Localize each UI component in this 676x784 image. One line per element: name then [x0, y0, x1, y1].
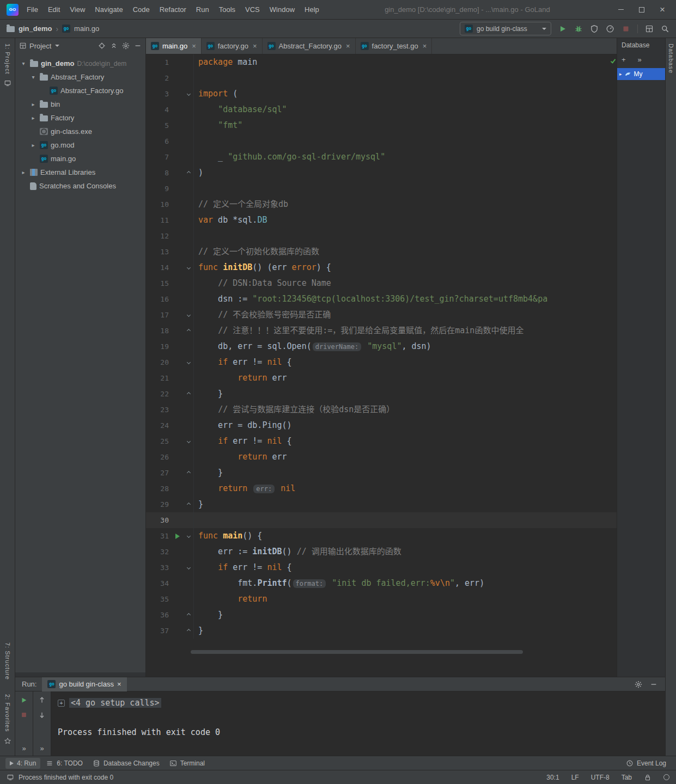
menu-item-vcs[interactable]: VCS	[240, 1, 265, 19]
code-line-25[interactable]: 25 if err != nil {	[146, 433, 617, 449]
code-line-32[interactable]: 32 err := initDB() // 调用输出化数据库的函数	[146, 544, 617, 560]
file-encoding[interactable]: UTF-8	[591, 774, 610, 781]
run-configuration-select[interactable]: go build gin-class	[460, 22, 551, 35]
code-line-6[interactable]: 6	[146, 133, 617, 149]
code-line-5[interactable]: 5 "fmt"	[146, 118, 617, 133]
code-line-7[interactable]: 7 _ "github.com/go-sql-driver/mysql"	[146, 149, 617, 165]
code-line-28[interactable]: 28 return err: nil	[146, 481, 617, 497]
editor-scrollbar[interactable]	[610, 54, 617, 677]
code-line-20[interactable]: 20 if err != nil {	[146, 354, 617, 370]
project-panel-title[interactable]: Project	[29, 42, 51, 50]
tree-collapse-icon[interactable]: ▾	[29, 74, 37, 80]
close-icon[interactable]: ×	[346, 42, 350, 50]
more-chevrons-icon[interactable]: »	[40, 744, 44, 752]
project-item-go-mod[interactable]: ▸go.mod	[15, 138, 145, 152]
code-line-15[interactable]: 15 // DSN:Data Source Name	[146, 275, 617, 291]
fold-marker-icon[interactable]	[184, 165, 194, 181]
run-console[interactable]: +<4 go setup calls>Process finished with…	[51, 691, 665, 756]
fold-marker-icon[interactable]	[184, 497, 194, 512]
menu-item-refactor[interactable]: Refactor	[155, 1, 191, 19]
down-stacktrace-button[interactable]	[38, 711, 46, 719]
editor-tab-factory-go[interactable]: factory.go×	[202, 38, 263, 54]
code-line-27[interactable]: 27 }	[146, 465, 617, 481]
code-line-30[interactable]: 30	[146, 512, 617, 528]
fold-marker-icon[interactable]	[184, 260, 194, 275]
more-chevrons-icon[interactable]: »	[638, 56, 642, 64]
menu-item-view[interactable]: View	[65, 1, 90, 19]
fold-marker-icon[interactable]	[184, 323, 194, 339]
rerun-button[interactable]	[20, 696, 28, 704]
code-line-21[interactable]: 21 return err	[146, 370, 617, 386]
code-line-4[interactable]: 4 "database/sql"	[146, 102, 617, 118]
code-line-24[interactable]: 24 err = db.Ping()	[146, 418, 617, 433]
code-line-2[interactable]: 2	[146, 70, 617, 86]
code-line-33[interactable]: 33 if err != nil {	[146, 560, 617, 575]
chevron-down-icon[interactable]	[55, 45, 59, 47]
toolwindow-database-button[interactable]: Database	[668, 44, 674, 74]
fold-marker-icon[interactable]	[184, 607, 194, 623]
menu-item-navigate[interactable]: Navigate	[90, 1, 127, 19]
run-tab[interactable]: go build gin-class ×	[42, 677, 126, 691]
caret-position[interactable]: 30:1	[546, 774, 559, 781]
toolwindow-switcher-icon[interactable]	[7, 774, 14, 781]
console-folded-text[interactable]: <4 go setup calls>	[69, 698, 161, 708]
favorites-star-icon[interactable]	[4, 737, 11, 745]
menu-item-file[interactable]: File	[22, 1, 43, 19]
maximize-button[interactable]	[631, 2, 652, 17]
fold-marker-icon[interactable]	[184, 86, 194, 102]
layout-button[interactable]	[645, 24, 654, 33]
fold-marker-icon[interactable]	[184, 560, 194, 575]
write-lock-icon[interactable]	[644, 774, 651, 781]
tree-expand-icon[interactable]: ▸	[20, 169, 27, 175]
coverage-button[interactable]	[590, 24, 599, 33]
indent-style[interactable]: Tab	[622, 774, 632, 781]
up-stacktrace-button[interactable]	[38, 696, 46, 704]
code-line-26[interactable]: 26 return err	[146, 449, 617, 465]
menu-item-help[interactable]: Help	[300, 1, 324, 19]
fold-marker-icon[interactable]	[184, 623, 194, 639]
project-item-main-go[interactable]: main.go	[15, 152, 145, 166]
project-item-bin[interactable]: ▸bin	[15, 97, 145, 111]
code-line-14[interactable]: 14func initDB() (err error) {	[146, 260, 617, 275]
code-line-31[interactable]: 31func main() {	[146, 528, 617, 544]
project-item-factory[interactable]: ▸Factory	[15, 111, 145, 125]
toolwindow-project-button[interactable]: 1: Project	[4, 44, 11, 74]
fold-toggle-icon[interactable]: +	[58, 700, 65, 707]
settings-gear-button[interactable]	[122, 42, 130, 50]
code-line-36[interactable]: 36 }	[146, 607, 617, 623]
fold-marker-icon[interactable]	[184, 386, 194, 402]
collapse-all-button[interactable]	[110, 42, 118, 50]
fold-marker-icon[interactable]	[184, 465, 194, 481]
close-icon[interactable]: ×	[192, 42, 196, 50]
close-button[interactable]: ×	[652, 2, 673, 17]
add-datasource-button[interactable]: +	[622, 56, 626, 64]
code-line-12[interactable]: 12	[146, 228, 617, 244]
toolwindow-button-6-todo[interactable]: 6: TODO	[41, 758, 87, 769]
breadcrumb-project[interactable]: gin_demo	[19, 24, 52, 33]
code-line-37[interactable]: 37}	[146, 623, 617, 639]
toolwindow-button-terminal[interactable]: Terminal	[165, 758, 209, 769]
project-item-gin-demo[interactable]: ▾gin_demoD:\code\gin_dem	[15, 57, 145, 70]
code-editor[interactable]: 1package main23import (4 "database/sql"5…	[146, 54, 617, 677]
close-icon[interactable]: ×	[117, 680, 121, 688]
code-line-34[interactable]: 34 fmt.Printf(format: "init db failed,er…	[146, 575, 617, 591]
profiler-button[interactable]	[606, 24, 614, 33]
stop-process-button[interactable]	[20, 711, 28, 719]
run-settings-gear-button[interactable]	[635, 681, 642, 688]
code-line-23[interactable]: 23 // 尝试与数据库建立连接（校验dsn是否正确）	[146, 402, 617, 418]
tree-expand-icon[interactable]: ▸	[29, 115, 37, 121]
line-ending[interactable]: LF	[571, 774, 579, 781]
run-main-gutter-icon[interactable]	[171, 528, 184, 544]
toolwindow-favorites-button[interactable]: 2: Favorites	[4, 694, 11, 732]
toolwindow-button-4-run[interactable]: 4: Run	[5, 758, 40, 769]
commit-toolwindow-icon[interactable]	[4, 79, 11, 87]
code-line-29[interactable]: 29}	[146, 497, 617, 512]
project-item-scratches-and-consoles[interactable]: Scratches and Consoles	[15, 179, 145, 193]
run-button[interactable]	[558, 24, 567, 33]
locate-file-button[interactable]	[98, 42, 106, 50]
code-line-1[interactable]: 1package main	[146, 54, 617, 70]
menu-item-tools[interactable]: Tools	[214, 1, 240, 19]
menu-item-edit[interactable]: Edit	[43, 1, 65, 19]
toolwindow-button-event-log[interactable]: Event Log	[622, 758, 671, 769]
code-line-16[interactable]: 16 dsn := "root:123456@tcp(localhost:330…	[146, 291, 617, 307]
